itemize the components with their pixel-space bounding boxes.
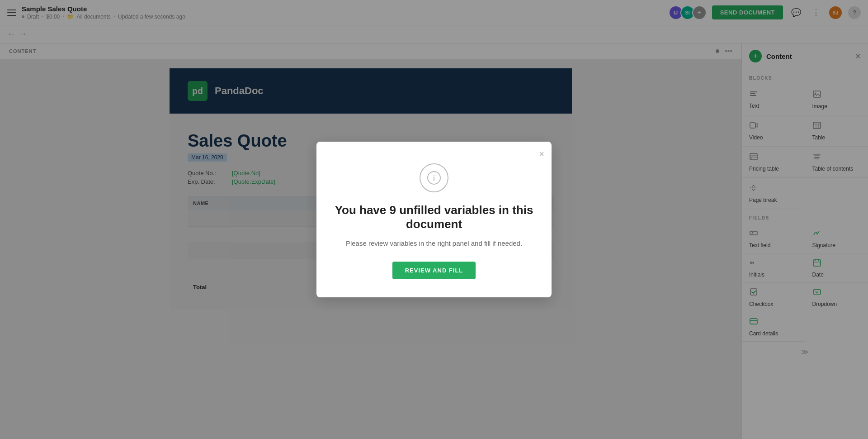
modal-dialog: × You have 9 unfilled variables in this … [316,142,552,297]
modal-close-button[interactable]: × [539,149,544,159]
modal-info-icon [420,163,448,192]
svg-rect-31 [434,177,434,181]
modal-title: You have 9 unfilled variables in this do… [335,203,533,231]
modal-description: Please review variables in the right pan… [335,239,533,249]
review-fill-button[interactable]: REVIEW AND FILL [392,262,476,279]
svg-rect-32 [434,175,434,176]
modal-overlay: × You have 9 unfilled variables in this … [0,0,868,439]
